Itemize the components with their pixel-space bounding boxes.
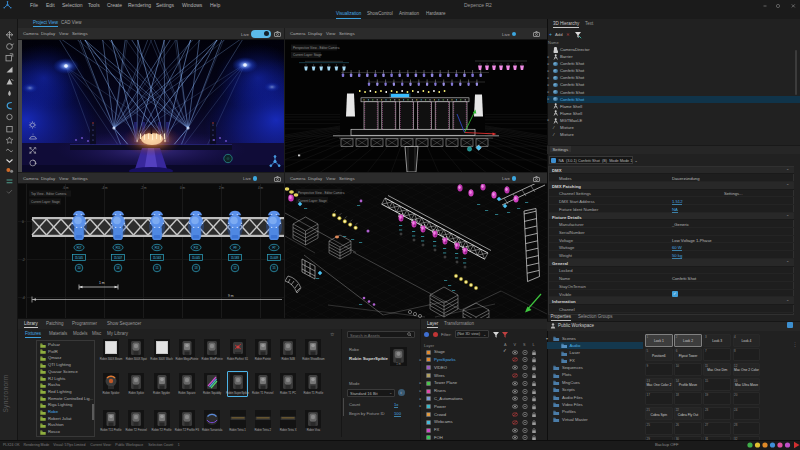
svg-text:12: 12 — [234, 266, 237, 270]
svg-text:0: 0 — [22, 220, 24, 224]
svg-text:F17: F17 — [77, 246, 82, 250]
svg-text:F7: F7 — [272, 246, 276, 250]
svg-text:-2 m: -2 m — [141, 186, 148, 190]
svg-text:F11: F11 — [194, 246, 199, 250]
svg-text:13: 13 — [195, 266, 198, 270]
svg-text:F15: F15 — [116, 246, 121, 250]
svg-text:9 m: 9 m — [228, 294, 234, 298]
svg-text:15.009: 15.009 — [270, 256, 279, 260]
svg-text:0 m: 0 m — [180, 186, 186, 190]
svg-text:F9: F9 — [233, 246, 237, 250]
svg-text:15: 15 — [273, 266, 276, 270]
svg-text:14: 14 — [117, 266, 120, 270]
svg-text:1 m: 1 m — [99, 281, 105, 285]
svg-text:Current Layer: Stage: Current Layer: Stage — [293, 53, 322, 57]
svg-text:4 m: 4 m — [258, 186, 264, 190]
svg-text:-2: -2 — [22, 258, 25, 262]
svg-text:Perspective View - Editor Came: Perspective View - Editor Camera — [293, 45, 340, 49]
svg-text:-4 m: -4 m — [102, 186, 109, 190]
svg-text:2 m: 2 m — [219, 186, 225, 190]
svg-text:Current Layer: Stage: Current Layer: Stage — [298, 199, 327, 203]
svg-text:1 m: 1 m — [396, 362, 401, 366]
svg-text:11: 11 — [156, 266, 159, 270]
svg-text:15.045: 15.045 — [192, 256, 201, 260]
svg-text:-6 m: -6 m — [63, 186, 70, 190]
svg-text:-4: -4 — [22, 296, 25, 300]
svg-text:15.545: 15.545 — [75, 256, 84, 260]
svg-text:15.563: 15.563 — [153, 256, 162, 260]
svg-text:10: 10 — [78, 266, 81, 270]
svg-text:Top View - Editor Camera: Top View - Editor Camera — [31, 192, 66, 196]
svg-text:15.507: 15.507 — [114, 256, 123, 260]
svg-text:F13: F13 — [155, 246, 160, 250]
svg-text:Current Layer: Stage: Current Layer: Stage — [31, 200, 60, 204]
svg-text:Perspective View - Editor Came: Perspective View - Editor Camera — [298, 191, 345, 195]
svg-text:15.583: 15.583 — [231, 256, 240, 260]
